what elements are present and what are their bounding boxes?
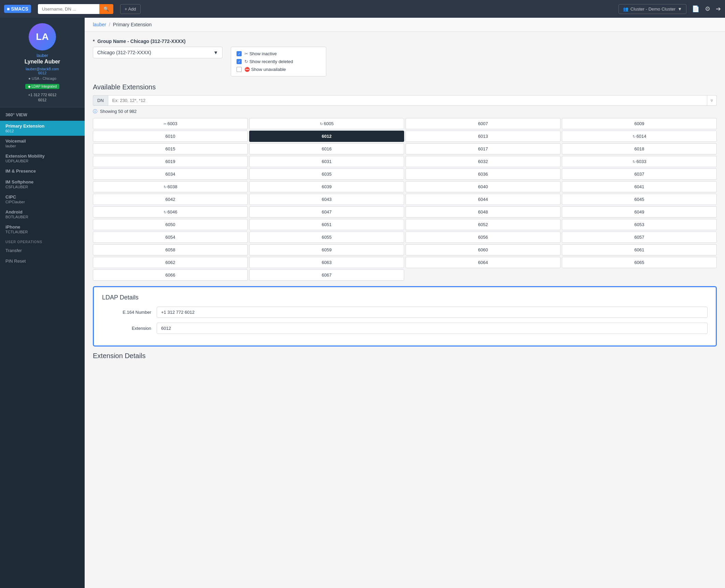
extension-cell-6047[interactable]: 6047: [249, 206, 404, 218]
required-star: *: [93, 39, 95, 44]
extension-cell-6019[interactable]: 6019: [93, 156, 248, 167]
extension-cell-6018[interactable]: 6018: [562, 143, 717, 155]
dn-input[interactable]: [108, 95, 707, 106]
extension-cell-6065[interactable]: 6065: [562, 257, 717, 268]
add-button[interactable]: + Add: [120, 4, 141, 14]
extension-cell-6055[interactable]: 6055: [249, 232, 404, 243]
extension-cell-6064[interactable]: 6064: [406, 257, 560, 268]
nav-item-im-softphone[interactable]: IM Softphone CSFLAUBER: [0, 177, 85, 192]
extension-cell-6054[interactable]: 6054: [93, 232, 248, 243]
extension-cell-6042[interactable]: 6042: [93, 194, 248, 205]
extension-cell-6067[interactable]: 6067: [249, 269, 404, 281]
nav-section: 360° VIEW Primary Extension 6012 Voicema…: [0, 107, 85, 268]
extension-cell-6005[interactable]: ↻ 6005: [249, 118, 404, 129]
extension-cell-6037[interactable]: 6037: [562, 168, 717, 180]
breadcrumb-separator: /: [109, 22, 110, 27]
extension-cell-6013[interactable]: 6013: [406, 131, 560, 142]
extension-input[interactable]: [157, 323, 708, 334]
extension-cell-6035[interactable]: 6035: [249, 168, 404, 180]
view-360[interactable]: 360° VIEW: [0, 109, 85, 121]
extension-cell-6017[interactable]: 6017: [406, 143, 560, 155]
breadcrumb-link[interactable]: lauber: [93, 22, 106, 27]
filter-button[interactable]: ▿: [707, 95, 717, 106]
search-button[interactable]: 🔍: [99, 4, 113, 14]
extension-cell-6015[interactable]: 6015: [93, 143, 248, 155]
show-recently-deleted-label: ↻ Show recently deleted: [244, 59, 293, 64]
extension-cell-6036[interactable]: 6036: [406, 168, 560, 180]
email-link[interactable]: lauber@stack8.com: [26, 67, 59, 71]
nav-item-pin-reset[interactable]: PIN Reset: [0, 256, 85, 266]
extension-cell-6049[interactable]: 6049: [562, 206, 717, 218]
nav-item-transfer[interactable]: Transfer: [0, 245, 85, 256]
logout-icon[interactable]: ➔: [716, 5, 721, 13]
top-nav: ■ SMACS 🔍 + Add 👥 Cluster - Demo Cluster…: [0, 0, 725, 18]
show-unavailable-row: ⛔ Show unavailable: [237, 67, 321, 72]
cluster-button[interactable]: 👥 Cluster - Demo Cluster ▼: [619, 4, 686, 14]
extension-cell-6007[interactable]: 6007: [406, 118, 560, 129]
extension-cell-6046[interactable]: ↻ 6046: [93, 206, 248, 218]
nav-label-extension-mobility: Extension Mobility: [5, 153, 79, 159]
nav-item-primary-extension[interactable]: Primary Extension 6012: [0, 121, 85, 136]
extension-row: Extension: [102, 323, 708, 334]
extension-cell-6048[interactable]: 6048: [406, 206, 560, 218]
extension-cell-6031[interactable]: 6031: [249, 156, 404, 167]
extension-cell-6061[interactable]: 6061: [562, 244, 717, 255]
extension-cell-6009[interactable]: 6009: [562, 118, 717, 129]
show-recently-deleted-row: ↻ Show recently deleted: [237, 59, 321, 64]
docs-icon[interactable]: 📄: [692, 5, 699, 13]
extension-cell-6034[interactable]: 6034: [93, 168, 248, 180]
content-body: * Group Name - Chicago (312-772-XXXX) Ch…: [85, 32, 725, 367]
e164-row: E.164 Number: [102, 307, 708, 318]
breadcrumb: lauber / Primary Extension: [85, 18, 725, 32]
extension-cell-6033[interactable]: ↻ 6033: [562, 156, 717, 167]
avatar-image: LA: [29, 23, 56, 50]
avatar: LA: [29, 23, 56, 50]
extension-cell-6062[interactable]: 6062: [93, 257, 248, 268]
extension-cell-6056[interactable]: 6056: [406, 232, 560, 243]
extension-cell-6041[interactable]: 6041: [562, 181, 717, 192]
smacs-logo: ■ SMACS: [4, 5, 31, 13]
nav-item-im-presence[interactable]: IM & Presence: [0, 166, 85, 177]
group-name-text: Group Name - Chicago (312-772-XXXX): [97, 39, 185, 44]
nav-item-cipc[interactable]: CIPC CIPClauber: [0, 192, 85, 207]
nav-sublabel-iphone: TCTLAUBER: [5, 230, 79, 234]
extension-cell-6063[interactable]: 6063: [249, 257, 404, 268]
extension-cell-6050[interactable]: 6050: [93, 219, 248, 230]
show-recently-deleted-checkbox[interactable]: [237, 59, 242, 64]
extension-cell-6014[interactable]: ↻ 6014: [562, 131, 717, 142]
nav-item-android[interactable]: Android BOTLAUBER: [0, 207, 85, 222]
show-inactive-checkbox[interactable]: [237, 51, 242, 56]
extension-cell-6052[interactable]: 6052: [406, 219, 560, 230]
extension-cell-6043[interactable]: 6043: [249, 194, 404, 205]
extension-cell-6010[interactable]: 6010: [93, 131, 248, 142]
extension-cell-6051[interactable]: 6051: [249, 219, 404, 230]
extension-cell-6058[interactable]: 6058: [93, 244, 248, 255]
extension-cell-6012[interactable]: 6012: [249, 131, 404, 142]
extension-cell-6044[interactable]: 6044: [406, 194, 560, 205]
dn-label: DN: [93, 95, 108, 106]
extension-cell-6032[interactable]: 6032: [406, 156, 560, 167]
group-select[interactable]: Chicago (312-772-XXXX) ▼: [93, 47, 223, 58]
nav-item-extension-mobility[interactable]: Extension Mobility UDPLAUBER: [0, 151, 85, 166]
show-unavailable-checkbox[interactable]: [237, 67, 242, 72]
extension-cell-6053[interactable]: 6053: [562, 219, 717, 230]
extension-cell-6060[interactable]: 6060: [406, 244, 560, 255]
extension-cell-6059[interactable]: 6059: [249, 244, 404, 255]
extension-cell-6003[interactable]: ✂ 6003: [93, 118, 248, 129]
extension-cell-6039[interactable]: 6039: [249, 181, 404, 192]
search-input[interactable]: [38, 4, 99, 14]
gear-icon[interactable]: ⚙: [705, 5, 710, 13]
chevron-down-icon: ▼: [678, 6, 682, 12]
extension-cell-6057[interactable]: 6057: [562, 232, 717, 243]
user-operations-title: USER OPERATIONS: [0, 237, 85, 245]
nav-item-voicemail[interactable]: Voicemail lauber: [0, 136, 85, 151]
search-box: 🔍: [38, 4, 113, 14]
e164-input[interactable]: [157, 307, 708, 318]
extension-cell-6040[interactable]: 6040: [406, 181, 560, 192]
extension-cell-6066[interactable]: 6066: [93, 269, 248, 281]
extension-cell-6016[interactable]: 6016: [249, 143, 404, 155]
extension-cell-6038[interactable]: ↻ 6038: [93, 181, 248, 192]
dn-filter-row: DN ▿: [93, 95, 717, 106]
nav-item-iphone[interactable]: iPhone TCTLAUBER: [0, 222, 85, 237]
extension-cell-6045[interactable]: 6045: [562, 194, 717, 205]
